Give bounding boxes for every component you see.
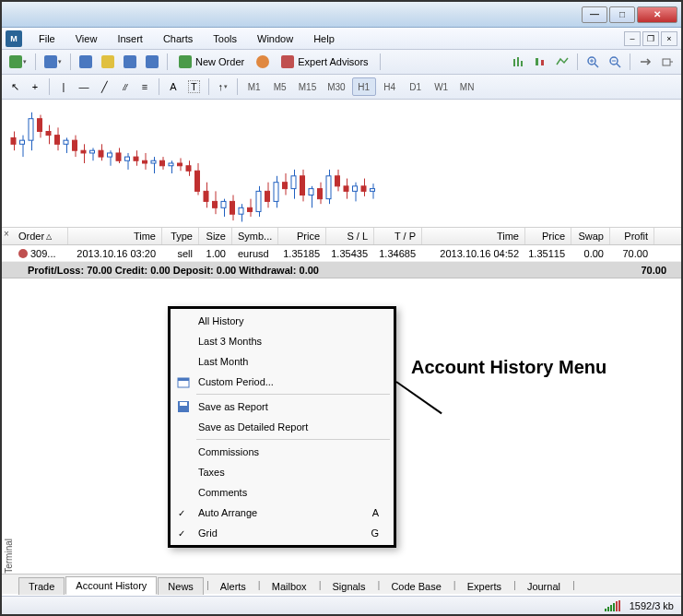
svg-rect-88 bbox=[336, 176, 340, 186]
profiles-button[interactable]: ▾ bbox=[41, 53, 65, 71]
mdi-restore-button[interactable]: ❐ bbox=[642, 31, 659, 46]
tf-m15[interactable]: M15 bbox=[294, 77, 321, 96]
tf-h1[interactable]: H1 bbox=[352, 77, 376, 96]
menu-insert[interactable]: Insert bbox=[108, 30, 152, 47]
ctx-taxes[interactable]: Taxes bbox=[171, 462, 394, 482]
menu-file[interactable]: File bbox=[29, 30, 65, 47]
ctx-save-report[interactable]: Save as Report bbox=[171, 397, 394, 417]
window-minimize-button[interactable]: — bbox=[582, 6, 607, 23]
candlestick-button[interactable] bbox=[530, 53, 550, 71]
tf-w1[interactable]: W1 bbox=[430, 77, 453, 96]
menu-charts[interactable]: Charts bbox=[154, 30, 202, 47]
expert-advisors-button[interactable]: Expert Advisors bbox=[275, 53, 374, 71]
new-chart-button[interactable]: ▾ bbox=[6, 53, 30, 71]
header-time2[interactable]: Time bbox=[422, 228, 525, 244]
vertical-line-button[interactable]: | bbox=[54, 77, 73, 96]
strategy-tester-button[interactable] bbox=[142, 53, 162, 71]
tab-signals[interactable]: Signals bbox=[323, 578, 374, 595]
tab-trade[interactable]: Trade bbox=[18, 577, 65, 595]
menu-window[interactable]: Window bbox=[248, 30, 302, 47]
tab-account-history[interactable]: Account History bbox=[65, 576, 157, 595]
tf-d1[interactable]: D1 bbox=[404, 77, 428, 96]
chart-area[interactable] bbox=[2, 100, 681, 227]
svg-rect-66 bbox=[239, 207, 243, 214]
cell-price1: 1.35185 bbox=[278, 245, 326, 261]
svg-rect-44 bbox=[143, 160, 147, 163]
text-button[interactable]: A bbox=[164, 77, 183, 96]
drawing-toolbar: ↖ + | — ╱ ⫽ ≡ A T ↑▾ M1 M5 M15 M30 H1 H4… bbox=[2, 75, 681, 100]
arrows-button[interactable]: ↑▾ bbox=[214, 77, 232, 96]
equidistant-button[interactable]: ⫽ bbox=[115, 77, 134, 96]
header-size[interactable]: Size bbox=[199, 228, 232, 244]
tab-mailbox[interactable]: Mailbox bbox=[263, 578, 316, 595]
new-order-button[interactable]: New Order bbox=[172, 53, 251, 71]
market-watch-button[interactable] bbox=[76, 53, 96, 71]
menu-tools[interactable]: Tools bbox=[204, 30, 246, 47]
ctx-last-month[interactable]: Last Month bbox=[171, 351, 394, 372]
ctx-grid[interactable]: ✓ Grid G bbox=[171, 523, 394, 543]
tab-journal[interactable]: Journal bbox=[518, 578, 570, 595]
mdi-close-button[interactable]: × bbox=[661, 31, 677, 46]
calendar-icon bbox=[176, 374, 191, 389]
svg-line-10 bbox=[617, 64, 620, 67]
window-close-button[interactable]: ✕ bbox=[637, 6, 677, 23]
tab-alerts[interactable]: Alerts bbox=[211, 578, 255, 595]
ctx-commissions[interactable]: Commissions bbox=[171, 442, 394, 462]
history-row[interactable]: 309... 2013.10.16 03:20 sell 1.00 eurusd… bbox=[2, 245, 681, 262]
header-profit[interactable]: Profit bbox=[610, 228, 654, 244]
tab-news[interactable]: News bbox=[158, 577, 204, 595]
header-price1[interactable]: Price bbox=[278, 228, 326, 244]
terminal-close-button[interactable]: × bbox=[4, 229, 9, 239]
tf-m5[interactable]: M5 bbox=[268, 77, 292, 96]
window-maximize-button[interactable]: □ bbox=[609, 6, 635, 23]
menu-help[interactable]: Help bbox=[304, 30, 344, 47]
ctx-comments[interactable]: Comments bbox=[171, 482, 394, 503]
header-tp[interactable]: T / P bbox=[374, 228, 422, 244]
text-label-button[interactable]: T bbox=[184, 77, 204, 96]
fibonacci-button[interactable]: ≡ bbox=[135, 77, 154, 96]
horizontal-line-button[interactable]: — bbox=[75, 77, 93, 96]
trendline-button[interactable]: ╱ bbox=[95, 77, 113, 96]
save-icon bbox=[176, 399, 191, 414]
svg-rect-42 bbox=[134, 157, 138, 160]
bar-chart-button[interactable] bbox=[508, 53, 528, 71]
tab-code-base[interactable]: Code Base bbox=[382, 578, 450, 595]
ctx-auto-arrange[interactable]: ✓ Auto Arrange A bbox=[171, 503, 394, 523]
menu-view[interactable]: View bbox=[66, 30, 107, 47]
ctx-last-3-months[interactable]: Last 3 Months bbox=[171, 331, 394, 351]
ctx-custom-period[interactable]: Custom Period... bbox=[171, 372, 394, 392]
chart-shift-button[interactable] bbox=[657, 53, 677, 71]
svg-rect-30 bbox=[81, 150, 86, 153]
svg-rect-62 bbox=[221, 201, 226, 207]
zoom-out-button[interactable] bbox=[605, 53, 625, 71]
header-order[interactable]: Order △ bbox=[13, 228, 68, 244]
svg-rect-1 bbox=[517, 57, 519, 66]
ctx-save-detailed[interactable]: Save as Detailed Report bbox=[171, 417, 394, 437]
cell-size: 1.00 bbox=[199, 245, 232, 261]
tf-m30[interactable]: M30 bbox=[323, 77, 349, 96]
header-price2[interactable]: Price bbox=[525, 228, 571, 244]
terminal-button[interactable] bbox=[120, 53, 140, 71]
header-type[interactable]: Type bbox=[162, 228, 199, 244]
mdi-minimize-button[interactable]: – bbox=[624, 31, 641, 46]
line-chart-button[interactable] bbox=[552, 53, 572, 71]
tf-mn[interactable]: MN bbox=[455, 77, 479, 96]
header-symbol[interactable]: Symb... bbox=[232, 228, 278, 244]
header-time1[interactable]: Time bbox=[68, 228, 162, 244]
ctx-all-history[interactable]: All History bbox=[171, 311, 394, 331]
cursor-button[interactable]: ↖ bbox=[6, 77, 24, 96]
scroll-chart-button[interactable] bbox=[635, 53, 655, 71]
header-swap[interactable]: Swap bbox=[571, 228, 610, 244]
svg-rect-70 bbox=[256, 191, 261, 211]
metaeditor-button[interactable] bbox=[253, 53, 273, 71]
tab-experts[interactable]: Experts bbox=[458, 578, 511, 595]
zoom-in-button[interactable] bbox=[583, 53, 603, 71]
tf-m1[interactable]: M1 bbox=[242, 77, 266, 96]
crosshair-button[interactable]: + bbox=[26, 77, 44, 96]
window-titlebar: — □ ✕ bbox=[2, 2, 681, 28]
navigator-button[interactable] bbox=[98, 53, 118, 71]
svg-rect-12 bbox=[663, 59, 670, 65]
header-sl[interactable]: S / L bbox=[326, 228, 374, 244]
svg-rect-82 bbox=[309, 189, 313, 195]
tf-h4[interactable]: H4 bbox=[378, 77, 402, 96]
